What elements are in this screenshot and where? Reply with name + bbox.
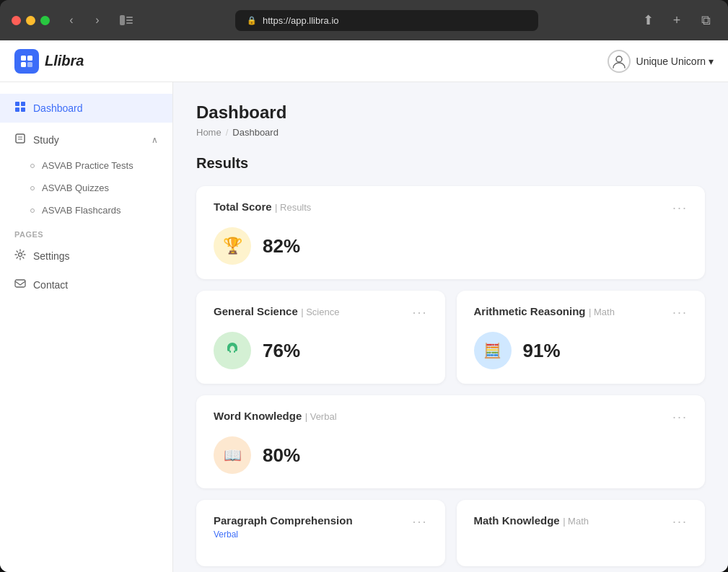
svg-rect-17 <box>15 280 25 287</box>
user-menu[interactable]: Unique Unicorn ▾ <box>608 50 714 73</box>
traffic-light-red[interactable] <box>12 16 21 25</box>
share-button[interactable]: ⬆ <box>637 9 659 31</box>
general-science-header: General Science | Science ··· <box>214 305 428 320</box>
cards-grid: Total Score | Results ··· 🏆 82% <box>196 186 705 566</box>
svg-rect-0 <box>120 15 125 25</box>
general-science-subtitle: | Science <box>301 307 339 317</box>
sidebar-item-flashcards[interactable]: ASVAB Flashcards <box>0 199 172 221</box>
user-name-text: Unique Unicorn ▾ <box>636 56 714 67</box>
svg-rect-12 <box>21 107 25 112</box>
svg-point-16 <box>19 253 22 257</box>
sidebar-item-study-label: Study <box>33 134 59 146</box>
page-title-row: Dashboard <box>196 102 705 123</box>
sidebar-item-study[interactable]: Study ∧ <box>0 126 172 154</box>
settings-icon <box>14 249 26 263</box>
sub-dot-icon <box>30 186 35 190</box>
sidebar-item-dashboard-label: Dashboard <box>33 102 83 114</box>
arithmetic-content: 🧮 91% <box>474 332 688 369</box>
sub-dot-icon <box>30 208 35 213</box>
page-title: Dashboard <box>196 102 705 123</box>
svg-rect-9 <box>15 102 19 106</box>
sidebar-item-settings[interactable]: Settings <box>0 242 172 270</box>
sidebar-item-dashboard[interactable]: Dashboard <box>0 94 172 123</box>
flashcards-label: ASVAB Flashcards <box>42 205 121 216</box>
forward-button[interactable]: › <box>87 10 108 30</box>
svg-rect-5 <box>27 56 32 61</box>
math-knowledge-title: Math Knowledge <box>474 514 560 527</box>
general-science-title: General Science <box>214 305 298 317</box>
quizzes-label: ASVAB Quizzes <box>42 182 109 193</box>
settings-label: Settings <box>33 250 70 262</box>
arithmetic-menu[interactable]: ··· <box>672 305 688 320</box>
pages-section-label: PAGES <box>0 221 172 242</box>
paragraph-menu[interactable]: ··· <box>412 514 427 529</box>
word-knowledge-title-area: Word Knowledge | Verbal <box>214 410 337 423</box>
math-knowledge-subtitle: | Math <box>563 516 589 527</box>
svg-point-8 <box>616 56 622 62</box>
general-science-menu[interactable]: ··· <box>412 305 427 320</box>
general-science-icon-circle <box>214 332 251 369</box>
paragraph-title-area: Paragraph Comprehension Verbal <box>214 514 353 540</box>
total-score-subtitle: | Results <box>275 202 311 213</box>
science-math-row: General Science | Science ··· <box>196 291 705 384</box>
traffic-light-green[interactable] <box>40 16 50 25</box>
word-knowledge-header: Word Knowledge | Verbal ··· <box>214 410 688 425</box>
breadcrumb-home[interactable]: Home <box>196 127 222 138</box>
svg-rect-7 <box>27 62 32 67</box>
sidebar-item-contact[interactable]: Contact <box>0 270 172 299</box>
study-chevron-icon: ∧ <box>152 135 158 145</box>
breadcrumb: Home / Dashboard <box>196 127 705 138</box>
math-knowledge-card: Math Knowledge | Math ··· <box>457 500 706 566</box>
study-section: Study ∧ ASVAB Practice Tests ASVAB Quizz… <box>0 126 172 221</box>
math-knowledge-header: Math Knowledge | Math ··· <box>474 514 688 529</box>
address-bar[interactable]: 🔒 https://app.llibra.io <box>235 10 538 31</box>
paragraph-header: Paragraph Comprehension Verbal ··· <box>214 514 428 540</box>
svg-rect-3 <box>126 22 133 24</box>
arithmetic-reasoning-card: Arithmetic Reasoning | Math ··· 🧮 <box>457 291 706 384</box>
total-score-value: 82% <box>263 235 300 258</box>
results-section-title: Results <box>196 155 705 172</box>
sidebar-toggle-button[interactable] <box>116 10 136 30</box>
svg-rect-13 <box>16 134 25 143</box>
book-icon: 📖 <box>224 446 242 464</box>
study-left: Study <box>14 133 59 147</box>
horseshoe-icon <box>224 340 240 361</box>
lock-icon: 🔒 <box>247 16 257 25</box>
avatar <box>608 50 631 73</box>
paragraph-math-row: Paragraph Comprehension Verbal ··· <box>196 500 705 566</box>
dashboard-icon <box>14 101 26 115</box>
breadcrumb-separator: / <box>226 127 229 138</box>
arithmetic-subtitle: | Math <box>589 307 615 317</box>
word-knowledge-subtitle: | Verbal <box>305 411 337 422</box>
word-knowledge-menu[interactable]: ··· <box>672 410 688 425</box>
sidebar-item-practice-tests[interactable]: ASVAB Practice Tests <box>0 154 172 177</box>
new-tab-button[interactable]: + <box>666 9 688 31</box>
total-score-icon-circle: 🏆 <box>214 227 251 265</box>
math-knowledge-title-area: Math Knowledge | Math <box>474 514 589 527</box>
svg-rect-19 <box>234 351 235 353</box>
sub-dot-icon <box>30 164 35 168</box>
sidebar-item-quizzes[interactable]: ASVAB Quizzes <box>0 177 172 199</box>
study-icon <box>14 133 26 147</box>
word-knowledge-icon-circle: 📖 <box>214 436 251 474</box>
total-score-title: Total Score <box>214 201 272 213</box>
logo-text: Llibra <box>45 53 84 69</box>
total-score-menu[interactable]: ··· <box>672 201 688 216</box>
paragraph-title: Paragraph Comprehension <box>214 514 353 527</box>
traffic-light-yellow[interactable] <box>26 16 35 25</box>
browser-window: ‹ › 🔒 https://app.llibra.io ⬆ + ⧉ <box>0 0 728 572</box>
svg-rect-2 <box>126 19 133 21</box>
logo-icon <box>14 49 39 74</box>
svg-rect-11 <box>15 107 19 112</box>
address-bar-container: 🔒 https://app.llibra.io <box>145 10 628 31</box>
contact-icon <box>14 278 26 292</box>
math-knowledge-menu[interactable]: ··· <box>672 514 688 529</box>
tabs-button[interactable]: ⧉ <box>695 9 716 31</box>
total-score-title-area: Total Score | Results <box>214 201 311 214</box>
main-layout: Dashboard <box>0 82 728 572</box>
arithmetic-icon-circle: 🧮 <box>474 332 512 369</box>
browser-chrome: ‹ › 🔒 https://app.llibra.io ⬆ + ⧉ <box>0 0 728 40</box>
app-body: Llibra Unique Unicorn ▾ <box>0 40 728 572</box>
back-button[interactable]: ‹ <box>61 10 82 30</box>
practice-tests-label: ASVAB Practice Tests <box>42 160 133 171</box>
